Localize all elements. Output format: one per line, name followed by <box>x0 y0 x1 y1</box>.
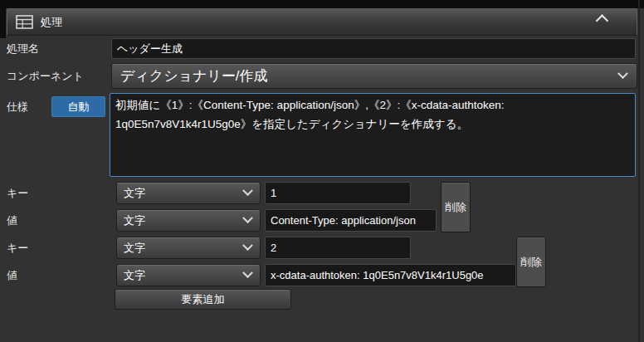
chevron-down-icon <box>617 68 628 79</box>
spec-textarea[interactable]: 初期値に《1》:《Content-Type: application/json》… <box>110 93 636 177</box>
process-name-label: 処理名 <box>7 38 39 59</box>
key-type-value: 文字 <box>124 186 145 201</box>
window-left-notch <box>0 0 6 38</box>
key-type-select[interactable]: 文字 <box>116 237 261 259</box>
key-input[interactable] <box>265 237 411 259</box>
chevron-down-icon <box>242 240 253 251</box>
value-input[interactable] <box>265 209 437 232</box>
process-name-input[interactable] <box>111 38 636 59</box>
value-type-value: 文字 <box>124 268 145 283</box>
add-element-button[interactable]: 要素追加 <box>115 289 291 310</box>
value-type-select[interactable]: 文字 <box>116 264 261 286</box>
value-label: 値 <box>7 264 17 286</box>
component-selected-value: ディクショナリー/作成 <box>120 66 268 86</box>
window-top-strip <box>0 0 644 8</box>
delete-button[interactable]: 削除 <box>516 237 546 287</box>
value-label: 値 <box>7 209 17 232</box>
panel-header[interactable]: 処理 <box>7 8 637 36</box>
collapse-chevron-up-icon[interactable] <box>596 14 609 27</box>
component-select[interactable]: ディクショナリー/作成 <box>111 63 637 89</box>
table-icon <box>16 15 33 29</box>
delete-button[interactable]: 削除 <box>441 182 471 232</box>
panel-title: 処理 <box>41 15 62 30</box>
key-label: キー <box>7 182 28 204</box>
value-type-select[interactable]: 文字 <box>116 209 261 232</box>
chevron-down-icon <box>242 185 253 196</box>
chevron-down-icon <box>242 213 253 223</box>
key-type-select[interactable]: 文字 <box>116 182 261 204</box>
auto-button[interactable]: 自動 <box>51 96 105 117</box>
value-input[interactable] <box>265 264 516 286</box>
chevron-down-icon <box>242 267 253 278</box>
component-label: コンポーネント <box>7 63 84 89</box>
spec-label: 仕様 <box>7 96 28 117</box>
value-type-value: 文字 <box>124 213 145 228</box>
panel-right-border <box>638 0 640 342</box>
key-type-value: 文字 <box>124 241 145 256</box>
key-input[interactable] <box>265 182 411 204</box>
key-label: キー <box>7 237 28 259</box>
